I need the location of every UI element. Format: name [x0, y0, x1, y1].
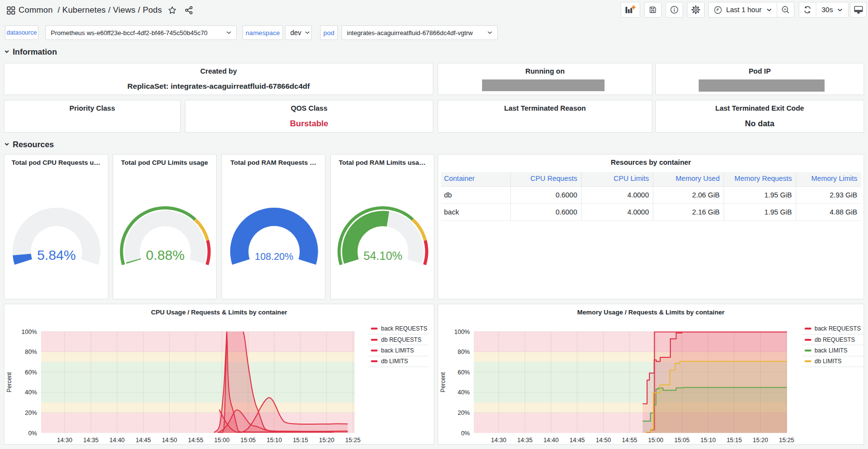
svg-text:14:55: 14:55 [188, 437, 203, 444]
svg-text:15:15: 15:15 [293, 437, 308, 444]
svg-text:15:25: 15:25 [345, 437, 361, 444]
svg-text:15:10: 15:10 [266, 437, 282, 444]
svg-text:Percent: Percent [440, 372, 446, 392]
svg-text:80%: 80% [458, 349, 470, 355]
svg-text:14:35: 14:35 [83, 437, 99, 444]
svg-text:14:55: 14:55 [622, 437, 637, 444]
svg-text:54.10%: 54.10% [363, 250, 402, 262]
svg-text:108.20%: 108.20% [255, 251, 293, 262]
svg-text:15:05: 15:05 [241, 437, 256, 444]
svg-text:15:10: 15:10 [701, 437, 716, 444]
svg-text:14:50: 14:50 [596, 437, 611, 444]
svg-text:0.88%: 0.88% [146, 248, 184, 263]
svg-text:20%: 20% [458, 410, 470, 416]
svg-text:0%: 0% [461, 430, 470, 437]
svg-text:14:45: 14:45 [136, 437, 151, 444]
svg-text:60%: 60% [458, 369, 470, 376]
svg-text:5.84%: 5.84% [37, 248, 76, 263]
svg-text:14:40: 14:40 [109, 437, 124, 444]
svg-text:40%: 40% [458, 389, 470, 396]
svg-text:14:45: 14:45 [569, 437, 585, 444]
svg-text:14:50: 14:50 [162, 437, 177, 444]
svg-text:14:40: 14:40 [544, 437, 559, 444]
svg-text:40%: 40% [25, 389, 37, 396]
svg-text:15:00: 15:00 [214, 437, 229, 444]
svg-text:20%: 20% [25, 410, 37, 416]
svg-text:14:30: 14:30 [57, 437, 72, 444]
svg-text:15:05: 15:05 [674, 437, 689, 444]
svg-text:15:25: 15:25 [779, 437, 794, 444]
svg-text:15:00: 15:00 [648, 437, 663, 444]
svg-text:Percent: Percent [6, 372, 13, 392]
svg-text:60%: 60% [25, 369, 37, 376]
svg-text:15:15: 15:15 [727, 437, 742, 444]
svg-text:0%: 0% [28, 430, 37, 437]
svg-text:15:20: 15:20 [753, 437, 768, 444]
svg-text:100%: 100% [454, 329, 470, 335]
svg-text:14:35: 14:35 [517, 437, 532, 444]
svg-text:14:30: 14:30 [491, 437, 506, 444]
svg-text:80%: 80% [25, 349, 37, 355]
svg-text:15:20: 15:20 [319, 437, 334, 444]
svg-text:100%: 100% [21, 329, 37, 335]
